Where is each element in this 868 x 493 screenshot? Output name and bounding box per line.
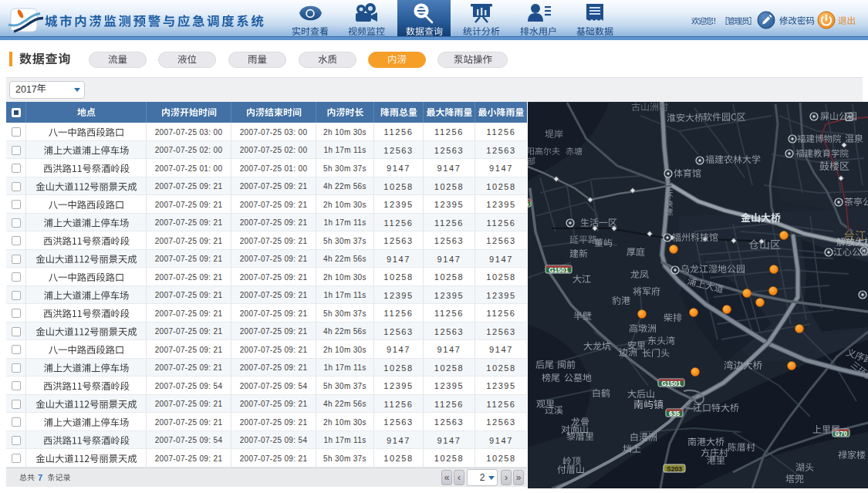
svg-text:635: 635 (669, 410, 680, 417)
svg-text:G1501: G1501 (549, 266, 569, 274)
svg-text:G1501: G1501 (661, 380, 681, 387)
svg-text:G70: G70 (835, 430, 847, 437)
svg-text:S203: S203 (667, 465, 682, 473)
